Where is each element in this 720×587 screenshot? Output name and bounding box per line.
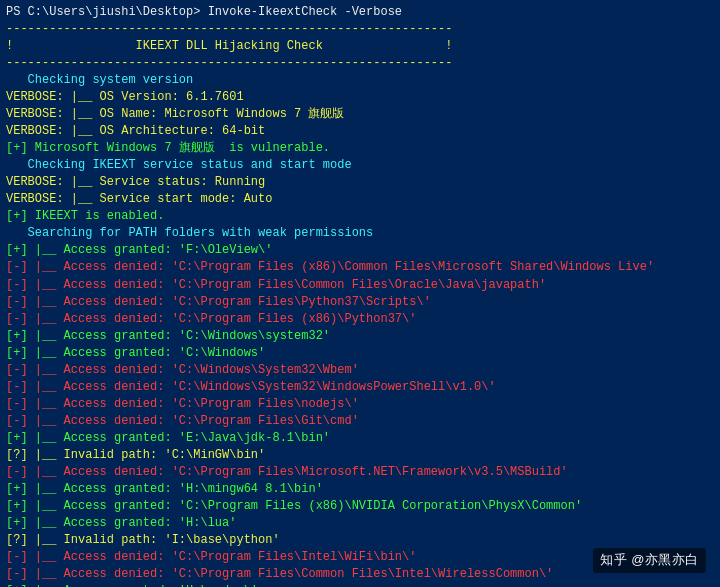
terminal-line: [-] |__ Access denied: 'C:\Program Files… (6, 464, 714, 481)
terminal-line: Checking IKEEXT service status and start… (6, 157, 714, 174)
terminal-output: PS C:\Users\jiushi\Desktop> Invoke-Ikeex… (6, 4, 714, 587)
terminal-line: Searching for PATH folders with weak per… (6, 225, 714, 242)
watermark: 知乎 @亦黑亦白 (593, 548, 706, 573)
terminal-line: VERBOSE: |__ Service status: Running (6, 174, 714, 191)
terminal-line: [+] Microsoft Windows 7 旗舰版 is vulnerabl… (6, 140, 714, 157)
terminal-line: [-] |__ Access denied: 'C:\Program Files… (6, 277, 714, 294)
terminal-line: Checking system version (6, 72, 714, 89)
terminal-line: [+] |__ Access granted: 'F:\OleView\' (6, 242, 714, 259)
terminal-line: [+] IKEEXT is enabled. (6, 208, 714, 225)
terminal-line: [-] |__ Access denied: 'C:\Program Files… (6, 396, 714, 413)
terminal-window: PS C:\Users\jiushi\Desktop> Invoke-Ikeex… (0, 0, 720, 587)
terminal-line: ----------------------------------------… (6, 21, 714, 38)
terminal-line: [-] |__ Access denied: 'C:\Program Files… (6, 413, 714, 430)
terminal-line: [+] |__ Access granted: 'C:\Windows' (6, 345, 714, 362)
terminal-line: VERBOSE: |__ OS Name: Microsoft Windows … (6, 106, 714, 123)
terminal-line: [-] |__ Access denied: 'C:\Program Files… (6, 259, 714, 276)
terminal-line: [+] |__ Access granted: 'C:\Windows\syst… (6, 328, 714, 345)
terminal-line: PS C:\Users\jiushi\Desktop> Invoke-Ikeex… (6, 4, 714, 21)
terminal-line: [+] |__ Access granted: 'H:\cmder\' (6, 583, 714, 587)
terminal-line: [+] |__ Access granted: 'E:\Java\jdk-8.1… (6, 430, 714, 447)
terminal-line: VERBOSE: |__ OS Version: 6.1.7601 (6, 89, 714, 106)
terminal-line: [+] |__ Access granted: 'H:\lua' (6, 515, 714, 532)
terminal-line: [-] |__ Access denied: 'C:\Windows\Syste… (6, 379, 714, 396)
terminal-line: [+] |__ Access granted: 'C:\Program File… (6, 498, 714, 515)
terminal-line: ! IKEEXT DLL Hijacking Check ! (6, 38, 714, 55)
terminal-line: ----------------------------------------… (6, 55, 714, 72)
terminal-line: VERBOSE: |__ Service start mode: Auto (6, 191, 714, 208)
terminal-line: [-] |__ Access denied: 'C:\Program Files… (6, 294, 714, 311)
terminal-line: [+] |__ Access granted: 'H:\mingw64 8.1\… (6, 481, 714, 498)
terminal-line: VERBOSE: |__ OS Architecture: 64-bit (6, 123, 714, 140)
terminal-line: [-] |__ Access denied: 'C:\Program Files… (6, 311, 714, 328)
terminal-line: [-] |__ Access denied: 'C:\Windows\Syste… (6, 362, 714, 379)
terminal-line: [?] |__ Invalid path: 'I:\base\python' (6, 532, 714, 549)
terminal-line: [?] |__ Invalid path: 'C:\MinGW\bin' (6, 447, 714, 464)
